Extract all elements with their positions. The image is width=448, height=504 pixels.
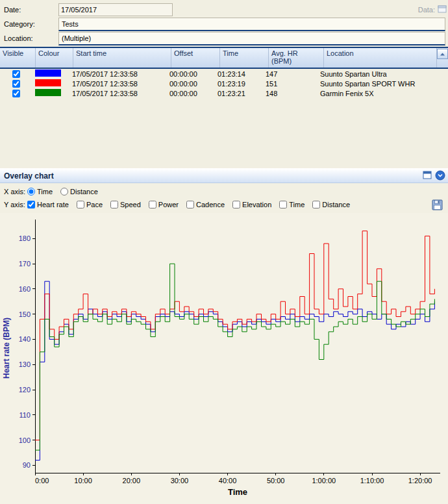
cell-start-time: 17/05/2017 12:33:58 — [69, 70, 167, 78]
y-option-time[interactable]: Time — [279, 201, 305, 208]
filter-panel: Date: Data: Category: Tests Location: (M… — [0, 0, 448, 47]
svg-text:140: 140 — [19, 335, 31, 343]
cell-time: 01:23:19 — [215, 80, 263, 88]
cell-avg-hr: 147 — [263, 70, 317, 78]
speed-checkbox[interactable] — [110, 201, 118, 208]
app-window: Date: Data: Category: Tests Location: (M… — [0, 0, 448, 504]
svg-text:30:00: 30:00 — [171, 477, 189, 485]
table-row[interactable]: 17/05/2017 12:33:58 00:00:00 01:23:21 14… — [0, 88, 448, 98]
column-start-time[interactable]: Start time — [73, 48, 171, 68]
svg-text:130: 130 — [19, 360, 31, 368]
panel-title: Overlay chart — [4, 171, 54, 181]
cell-avg-hr: 148 — [263, 90, 317, 97]
column-location[interactable]: Location — [324, 48, 437, 68]
cell-start-time: 17/05/2017 12:33:58 — [69, 80, 167, 88]
y-option-pace[interactable]: Pace — [77, 201, 103, 208]
svg-text:Heart rate (BPM): Heart rate (BPM) — [2, 318, 11, 379]
cell-location: Garmin Fenix 5X — [317, 90, 437, 97]
svg-text:10:00: 10:00 — [74, 477, 92, 485]
svg-text:20:00: 20:00 — [123, 477, 141, 485]
distance-radio[interactable] — [60, 188, 68, 195]
time-checkbox[interactable] — [279, 201, 287, 208]
x-option-time[interactable]: Time — [27, 188, 53, 195]
svg-text:Time: Time — [228, 487, 247, 497]
cadence-checkbox[interactable] — [186, 201, 194, 208]
y-option-speed[interactable]: Speed — [110, 201, 141, 208]
column-offset[interactable]: Offset — [171, 48, 220, 68]
column-visible[interactable]: Visible — [0, 48, 36, 68]
colour-swatch[interactable] — [35, 89, 61, 96]
table-row[interactable]: 17/05/2017 12:33:58 00:00:00 01:23:14 14… — [0, 69, 448, 79]
svg-text:180: 180 — [19, 234, 31, 242]
cell-start-time: 17/05/2017 12:33:58 — [69, 90, 167, 97]
scroll-up-icon[interactable] — [437, 49, 448, 59]
svg-text:1:00:00: 1:00:00 — [312, 477, 336, 485]
svg-text:0:00: 0:00 — [35, 477, 49, 485]
visible-checkbox[interactable] — [12, 70, 20, 78]
visible-checkbox[interactable] — [12, 90, 20, 97]
cell-offset: 00:00:00 — [167, 70, 215, 78]
location-value: (Multiple) — [62, 34, 91, 42]
power-checkbox[interactable] — [149, 201, 156, 208]
data-icon[interactable] — [438, 5, 447, 15]
date-input[interactable] — [58, 3, 173, 16]
colour-swatch[interactable] — [35, 79, 61, 86]
category-value: Tests — [62, 20, 79, 28]
cell-location: Suunto Spartan SPORT WHR — [317, 80, 437, 88]
data-label: Data: — [418, 6, 435, 14]
cell-time: 01:23:14 — [215, 70, 263, 78]
heart-rate-chart: 901001101201301401501601701800:0010:0020… — [0, 213, 448, 503]
chart-axis-controls: X axis: Time Distance Y axis: Heart rate… — [0, 183, 448, 213]
panel-restore-icon[interactable] — [423, 171, 432, 181]
svg-text:170: 170 — [19, 260, 31, 268]
cell-time: 01:23:21 — [215, 90, 263, 97]
table-header: Visible Colour Start time Offset Time Av… — [0, 48, 448, 69]
cell-offset: 00:00:00 — [167, 90, 215, 97]
x-option-distance[interactable]: Distance — [60, 188, 98, 195]
table-empty-area — [0, 98, 448, 168]
location-label: Location: — [4, 34, 58, 42]
y-option-distance[interactable]: Distance — [312, 201, 350, 208]
heart-rate-checkbox[interactable] — [27, 201, 35, 208]
svg-text:160: 160 — [19, 285, 31, 293]
svg-text:50:00: 50:00 — [267, 477, 285, 485]
y-option-cadence[interactable]: Cadence — [186, 201, 225, 208]
distance-checkbox[interactable] — [312, 201, 320, 208]
elevation-checkbox[interactable] — [232, 201, 240, 208]
svg-text:110: 110 — [19, 411, 31, 419]
svg-text:40:00: 40:00 — [219, 477, 237, 485]
svg-text:1:10:00: 1:10:00 — [360, 477, 384, 485]
category-select[interactable]: Tests — [58, 18, 445, 31]
table-row[interactable]: 17/05/2017 12:33:58 00:00:00 01:23:19 15… — [0, 79, 448, 88]
svg-text:150: 150 — [19, 310, 31, 318]
colour-swatch[interactable] — [35, 69, 61, 77]
category-label: Category: — [4, 20, 58, 28]
svg-text:1:20:00: 1:20:00 — [408, 477, 432, 485]
visible-checkbox[interactable] — [12, 80, 20, 88]
column-time[interactable]: Time — [220, 48, 269, 68]
panel-collapse-icon[interactable] — [435, 170, 445, 182]
column-avg-hr[interactable]: Avg. HR (BPM) — [269, 48, 324, 68]
svg-text:90: 90 — [23, 461, 31, 469]
save-chart-icon[interactable] — [432, 199, 443, 210]
column-colour[interactable]: Colour — [36, 48, 73, 68]
y-axis-label: Y axis: — [4, 201, 27, 208]
y-option-power[interactable]: Power — [149, 201, 179, 208]
cell-offset: 00:00:00 — [167, 80, 215, 88]
overlay-chart: 901001101201301401501601701800:0010:0020… — [0, 213, 448, 504]
location-select[interactable]: (Multiple) — [58, 32, 445, 45]
svg-text:120: 120 — [19, 386, 31, 394]
cell-location: Suunto Spartan Ultra — [317, 70, 437, 78]
time-radio[interactable] — [27, 188, 35, 195]
x-axis-label: X axis: — [4, 188, 27, 195]
svg-text:100: 100 — [19, 436, 31, 444]
overlay-chart-header: Overlay chart — [0, 168, 448, 183]
pace-checkbox[interactable] — [77, 201, 84, 208]
y-option-elevation[interactable]: Elevation — [232, 201, 271, 208]
date-label: Date: — [4, 6, 58, 14]
y-option-heart-rate[interactable]: Heart rate — [27, 201, 69, 208]
cell-avg-hr: 151 — [263, 80, 317, 88]
